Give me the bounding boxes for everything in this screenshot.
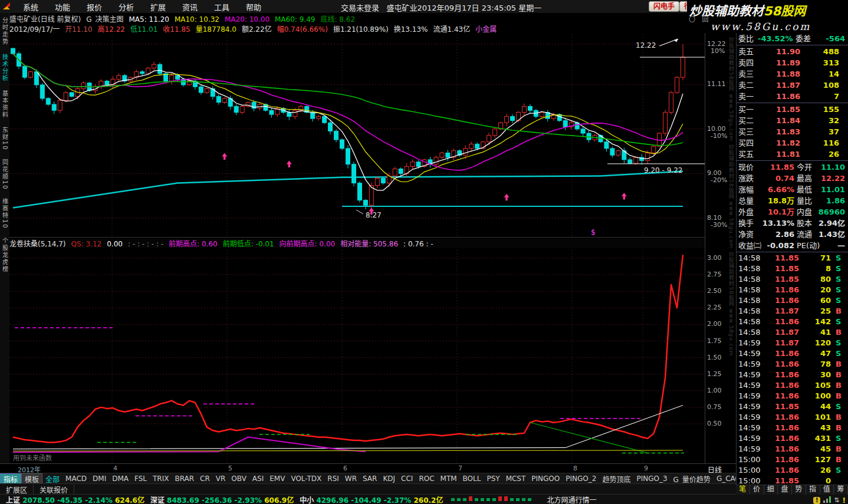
bottom-tab-扩展区[interactable]: 扩展区 [0, 485, 34, 495]
indicator-tab-趋势顶底[interactable]: 趋势顶底 [599, 474, 633, 484]
tick-row[interactable]: 14:5811.8741B [737, 327, 848, 338]
order-row-卖一[interactable]: 卖一11.867 [737, 91, 848, 102]
indicator-tab-VOL-TDX[interactable]: VOL-TDX [288, 475, 324, 483]
tick-row[interactable]: 14:5911.87120S [737, 338, 848, 348]
menu-item-工具[interactable]: 工具 [206, 3, 238, 12]
tick-row[interactable]: 14:5811.8660S [737, 295, 848, 306]
indicator-tab-模板[interactable]: 模板 [21, 473, 42, 485]
order-row-买一[interactable]: 买一11.85155 [737, 104, 848, 115]
flash-hand-button[interactable]: 闪电手 [649, 1, 679, 12]
indicator-tab-PINGOO[interactable]: PINGOO [528, 475, 563, 483]
tick-row[interactable]: 14:5811.8620S [737, 285, 848, 295]
svg-text:9.20 - 9.22: 9.20 - 9.22 [644, 166, 682, 174]
tick-row[interactable]: 14:5911.86100B [737, 391, 848, 401]
index-quote-深证[interactable]: 深证 8483.69 -256.36 -2.93% 606.9亿 [150, 495, 294, 504]
sidebar-item-个股龙虎榜[interactable]: 个股龙虎榜 [1, 238, 9, 273]
tick-row[interactable]: 14:5811.858S [737, 263, 848, 274]
stat-row: 外盘10.1万内盘86960 [737, 206, 848, 218]
panel-tab-指[interactable]: 指 [806, 485, 820, 495]
menu-item-帮助[interactable]: 帮助 [238, 3, 269, 12]
indicator-tab-EMV[interactable]: EMV [267, 475, 288, 483]
tick-row[interactable]: 14:5911.8630B [737, 370, 848, 380]
order-row-买五[interactable]: 买五11.8126 [737, 149, 848, 160]
bottom-tab-关联报价[interactable]: 关联报价 [34, 485, 74, 495]
data-provider-label[interactable]: 北方网通行情一 [547, 495, 596, 504]
menu-item-扩展[interactable]: 扩展 [142, 3, 174, 12]
menu-item-分析[interactable]: 分析 [110, 3, 142, 12]
tick-row[interactable]: 14:5911.86431S [737, 433, 848, 444]
sidebar-item-基本资料[interactable]: 基本资料 [1, 90, 9, 118]
indicator-tab-PINGO_2[interactable]: PINGO_2 [563, 475, 599, 483]
tick-row[interactable]: 14:5911.8544S [737, 401, 848, 412]
indicator-tab-G_量价趋势[interactable]: G_量价趋势 [670, 474, 714, 484]
tick-row[interactable]: 14:5911.86105B [737, 380, 848, 391]
indicator-tab-TRIX[interactable]: TRIX [150, 475, 172, 483]
indicator-tab-G_CACD[interactable]: G_CACD [714, 475, 736, 483]
panel-tab-笔[interactable]: 笔 [736, 485, 750, 495]
order-row-卖五[interactable]: 卖五11.90488 [737, 46, 848, 57]
sidebar-item-同花顺10[interactable]: 同花顺10 [1, 159, 9, 190]
tick-row[interactable]: 14:5911.86101B [737, 412, 848, 423]
window-controls[interactable]: 〇 回 [689, 14, 711, 24]
indicator-tab-RSI[interactable]: RSI [324, 475, 342, 483]
sidebar-item-东财10[interactable]: 东财10 [1, 127, 9, 151]
panel-tab-势[interactable]: 势 [792, 485, 806, 495]
indicator-tab-PINGO_3[interactable]: PINGO_3 [633, 475, 670, 483]
panel-tab-细[interactable]: 细 [764, 485, 778, 495]
indicator-tab-指标[interactable]: 指标 [0, 473, 21, 485]
panel-tab-值[interactable]: 值 [820, 485, 834, 495]
indicator-tab-CCI[interactable]: CCI [398, 475, 416, 483]
indicator-tab-KDJ[interactable]: KDJ [380, 475, 398, 483]
indicator-tab-全部[interactable]: 全部 [42, 474, 63, 484]
index-quote-上证[interactable]: 上证 2078.50 -45.35 -2.14% 624.6亿 [6, 495, 144, 504]
order-row-卖三[interactable]: 卖三11.8814 [737, 68, 848, 80]
menu-item-功能[interactable]: 功能 [47, 3, 78, 12]
panel-tab-筹[interactable]: 筹 [834, 485, 848, 495]
tick-row[interactable]: 15:0011.8626S [737, 465, 848, 476]
order-row-卖二[interactable]: 卖二11.87108 [737, 80, 848, 91]
indicator-tab-SAR[interactable]: SAR [360, 475, 380, 483]
menu-item-系统[interactable]: 系统 [15, 3, 47, 12]
tick-row[interactable]: 15:0011.86127B [737, 454, 848, 465]
indicator-tab-MACD[interactable]: MACD [63, 475, 90, 483]
indicator-tab-MTM[interactable]: MTM [438, 475, 460, 483]
order-row-买二[interactable]: 买二11.8432 [737, 115, 848, 126]
alert-icon[interactable]: ! [813, 497, 820, 504]
sidebar-item-技术分析[interactable]: 技术分析 [1, 54, 9, 82]
panel-tab-盘[interactable]: 盘 [778, 485, 792, 495]
index-quote-中小[interactable]: 中小 4296.96 -104.49 -2.37% 260.2亿 [300, 495, 443, 504]
indicator-chart[interactable]: 用到未来函数 [9, 249, 705, 463]
tick-row[interactable]: 14:5811.8571S [737, 253, 848, 263]
candlestick-chart[interactable]: 12.229.20 - 9.228.27$ [9, 33, 705, 237]
scroll-icon[interactable]: ⇅ [834, 496, 839, 504]
sidebar-item-分时走势[interactable]: 分时走势 [1, 17, 9, 45]
tick-row[interactable]: 14:5811.8725B [737, 306, 848, 317]
indicator-tab-WR[interactable]: WR [342, 475, 360, 483]
indicator-tab-PSY[interactable]: PSY [484, 475, 502, 483]
indicator-tab-DMI[interactable]: DMI [90, 475, 109, 483]
order-row-买三[interactable]: 买三11.8337 [737, 126, 848, 137]
indicator-tab-BRAR[interactable]: BRAR [172, 475, 197, 483]
indicator-tab-CR[interactable]: CR [197, 475, 213, 483]
order-row-买四[interactable]: 买四11.82116 [737, 137, 848, 149]
indicator-tab-MCST[interactable]: MCST [503, 475, 529, 483]
x-axis-month-label: 9 [644, 465, 648, 472]
indicator-tab-DMA[interactable]: DMA [109, 475, 132, 483]
tick-row[interactable]: 14:5811.86142S [737, 317, 848, 327]
tick-row[interactable]: 14:5911.8643B [737, 423, 848, 433]
tick-row[interactable]: 14:5911.8678B [737, 359, 848, 370]
sidebar-item-维赛特10[interactable]: 维赛特10 [1, 198, 9, 229]
tick-row[interactable]: 14:5811.8580S [737, 274, 848, 285]
tick-row[interactable]: 14:5911.8645B [737, 444, 848, 454]
indicator-tab-ASI[interactable]: ASI [249, 475, 267, 483]
tick-row[interactable]: 14:5911.8647S [737, 348, 848, 359]
indicator-tab-BOLL[interactable]: BOLL [460, 475, 484, 483]
order-row-卖四[interactable]: 卖四11.89313 [737, 57, 848, 68]
indicator-tab-OBV[interactable]: OBV [228, 475, 249, 483]
panel-tab-价[interactable]: 价 [750, 485, 764, 495]
indicator-tab-FSL[interactable]: FSL [132, 475, 150, 483]
menu-item-资讯[interactable]: 资讯 [174, 3, 206, 12]
indicator-tab-VR[interactable]: VR [213, 475, 229, 483]
indicator-tab-ROC[interactable]: ROC [416, 475, 437, 483]
menu-item-报价[interactable]: 报价 [78, 3, 110, 12]
